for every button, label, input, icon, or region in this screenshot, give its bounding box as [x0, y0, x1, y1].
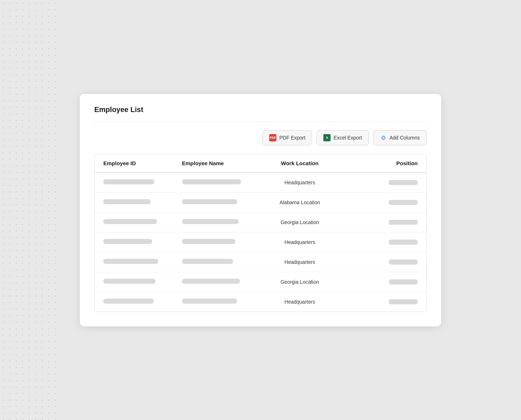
- employee-name-skeleton: [182, 279, 240, 284]
- gear-icon: ⚙: [380, 134, 387, 141]
- cell-position: [339, 260, 418, 265]
- position-skeleton: [389, 240, 418, 245]
- pdf-export-label: PDF Export: [279, 135, 305, 141]
- position-skeleton: [389, 299, 418, 304]
- add-columns-label: Add Columns: [389, 135, 420, 141]
- employee-table: Employee ID Employee Name Work Location …: [94, 154, 427, 312]
- cell-employee-id: [103, 299, 182, 305]
- cell-employee-name: [182, 259, 261, 265]
- table-row[interactable]: Alabama Location: [95, 193, 426, 213]
- cell-employee-id: [103, 179, 182, 186]
- cell-employee-id: [103, 219, 182, 226]
- position-skeleton: [389, 220, 418, 225]
- excel-export-label: Excel Export: [333, 135, 362, 141]
- cell-work-location: Georgia Location: [260, 219, 339, 225]
- employee-id-skeleton: [103, 259, 158, 264]
- cell-employee-name: [182, 179, 261, 186]
- employee-id-skeleton: [103, 279, 155, 284]
- pdf-export-button[interactable]: PDF PDF Export: [262, 130, 312, 145]
- table-row[interactable]: Headquarters: [95, 292, 426, 312]
- excel-icon: X: [323, 134, 331, 141]
- employee-name-skeleton: [182, 299, 237, 304]
- cell-employee-name: [182, 199, 261, 206]
- position-skeleton: [389, 279, 418, 284]
- employee-name-skeleton: [182, 219, 239, 224]
- cell-position: [339, 279, 418, 284]
- table-row[interactable]: Georgia Location: [95, 213, 426, 232]
- position-skeleton: [389, 180, 418, 185]
- cell-position: [339, 180, 418, 185]
- employee-name-skeleton: [182, 239, 236, 244]
- cell-employee-id: [103, 199, 182, 206]
- col-header-employee-name: Employee Name: [182, 160, 261, 166]
- col-header-employee-id: Employee ID: [103, 160, 182, 166]
- table-row[interactable]: Headquarters: [95, 252, 426, 272]
- employee-id-skeleton: [103, 219, 157, 224]
- employee-id-skeleton: [103, 199, 151, 204]
- cell-position: [339, 299, 418, 304]
- table-row[interactable]: Headquarters: [95, 232, 426, 252]
- employee-name-skeleton: [182, 179, 241, 184]
- cell-position: [339, 200, 418, 205]
- page-title: Employee List: [94, 106, 427, 114]
- toolbar: PDF PDF Export X Excel Export ⚙ Add Colu…: [94, 130, 427, 145]
- employee-id-skeleton: [103, 299, 154, 304]
- cell-employee-name: [182, 219, 261, 226]
- pdf-icon: PDF: [269, 134, 276, 141]
- table-row[interactable]: Headquarters: [95, 173, 426, 193]
- dot-pattern-decoration: [0, 0, 58, 420]
- cell-employee-id: [103, 239, 182, 245]
- cell-work-location: Headquarters: [260, 299, 339, 305]
- cell-work-location: Headquarters: [260, 259, 339, 265]
- employee-name-skeleton: [182, 199, 237, 204]
- employee-id-skeleton: [103, 239, 152, 244]
- cell-employee-id: [103, 279, 182, 285]
- col-header-work-location: Work Location: [260, 160, 339, 166]
- employee-name-skeleton: [182, 259, 233, 264]
- table-body: Headquarters Alabama Location Georgia Lo: [95, 173, 426, 312]
- employee-id-skeleton: [103, 179, 154, 184]
- col-header-position: Position: [339, 160, 418, 166]
- cell-work-location: Alabama Location: [260, 200, 339, 205]
- cell-work-location: Headquarters: [260, 180, 339, 185]
- excel-export-button[interactable]: X Excel Export: [317, 130, 369, 145]
- add-columns-button[interactable]: ⚙ Add Columns: [373, 130, 427, 145]
- cell-employee-name: [182, 299, 261, 305]
- cell-employee-id: [103, 259, 182, 265]
- divider: [94, 121, 427, 121]
- cell-employee-name: [182, 239, 261, 245]
- table-header: Employee ID Employee Name Work Location …: [95, 154, 426, 173]
- cell-work-location: Headquarters: [260, 239, 339, 245]
- table-row[interactable]: Georgia Location: [95, 272, 426, 292]
- cell-position: [339, 220, 418, 225]
- cell-position: [339, 240, 418, 245]
- position-skeleton: [389, 260, 418, 265]
- position-skeleton: [389, 200, 418, 205]
- employee-list-card: Employee List PDF PDF Export X Excel Exp…: [80, 94, 441, 326]
- cell-employee-name: [182, 279, 261, 285]
- cell-work-location: Georgia Location: [260, 279, 339, 285]
